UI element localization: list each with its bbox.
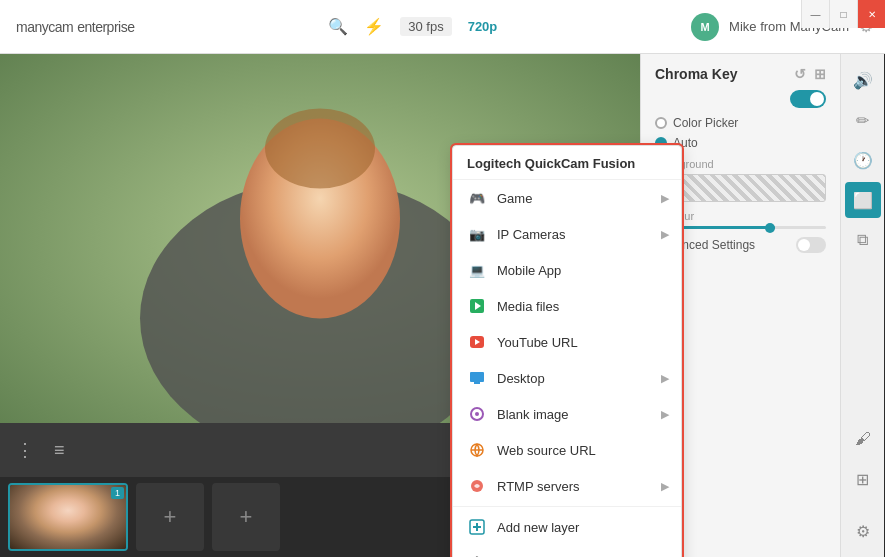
sidebar-icon-layers[interactable]: ⧉ [845,222,881,258]
right-sidebar: 🔊 ✏ 🕐 ⬜ ⧉ 🖌 ⊞ ⚙ [840,54,884,557]
source-badge: 1 [111,487,124,499]
source-thumbnail-active[interactable]: 1 [8,483,128,551]
sidebar-icon-edit[interactable]: ✏ [845,102,881,138]
dropdown-item-media-files-label: Media files [497,299,559,314]
app-logo: manycamenterprise [12,16,134,37]
add-source-label-2: + [240,504,253,530]
blank-arrow: ▶ [661,408,669,421]
chroma-key-toggle[interactable] [790,90,826,108]
maximize-button[interactable]: □ [829,0,857,28]
dropdown-item-add-new-layer[interactable]: Add new layer [453,509,681,545]
close-button[interactable]: ✕ [857,0,885,28]
dropdown-item-blank-image[interactable]: Blank image ▶ [453,396,681,432]
dropdown-item-media-files[interactable]: Media files [453,288,681,324]
dropdown-item-desktop-label: Desktop [497,371,545,386]
color-picker-radio[interactable] [655,117,667,129]
sidebar-icon-volume[interactable]: 🔊 [845,62,881,98]
manage-layers-icon [467,553,487,557]
dropdown-item-manage-layers[interactable]: Manage layers ▶ [453,545,681,557]
dropdown-item-add-new-layer-label: Add new layer [497,520,579,535]
user-avatar: M [691,13,719,41]
contour-slider-thumb[interactable] [765,223,775,233]
game-arrow: ▶ [661,192,669,205]
dropdown-item-youtube-url-label: YouTube URL [497,335,578,350]
top-bar: manycamenterprise 🔍 ⚡ 30 fps 720p M Mike… [0,0,885,54]
sidebar-icon-grid[interactable]: ⊞ [845,461,881,497]
svg-rect-5 [474,382,480,384]
advanced-settings-toggle[interactable] [796,237,826,253]
avatar-initials: M [700,21,709,33]
dropdown-item-mobile-app-label: Mobile App [497,263,561,278]
panel-header-icons: ↺ ⊞ [794,66,826,82]
add-source-button-2[interactable]: + [212,483,280,551]
dropdown-divider [453,506,681,507]
top-bar-center: 🔍 ⚡ 30 fps 720p [134,17,691,36]
zoom-icon[interactable]: 🔍 [328,17,348,36]
color-picker-label: Color Picker [673,116,738,130]
dropdown-item-web-source-url[interactable]: Web source URL [453,432,681,468]
dropdown-item-web-source-url-label: Web source URL [497,443,596,458]
dropdown-item-desktop[interactable]: Desktop ▶ [453,360,681,396]
minimize-button[interactable]: — [801,0,829,28]
add-source-label: + [164,504,177,530]
dropdown-item-youtube-url[interactable]: YouTube URL [453,324,681,360]
dropdown-item-blank-image-label: Blank image [497,407,569,422]
sidebar-icon-settings[interactable]: ⚙ [845,513,881,549]
undo-icon[interactable]: ↺ [794,66,806,82]
add-new-layer-icon [467,517,487,537]
ip-camera-icon: 📷 [467,224,487,244]
menu-icon[interactable]: ⋮ [16,439,34,461]
add-source-button[interactable]: + [136,483,204,551]
sidebar-icon-display[interactable]: ⬜ [845,182,881,218]
dropdown-header: Logitech QuickCam Fusion [453,146,681,180]
effects-icon[interactable]: ⚡ [364,17,384,36]
sidebar-icon-brush[interactable]: 🖌 [845,421,881,457]
svg-rect-4 [470,372,484,382]
rtmp-servers-icon [467,476,487,496]
panel-header: Chroma Key ↺ ⊞ [641,54,840,90]
youtube-url-icon [467,332,487,352]
grid-icon[interactable]: ⊞ [814,66,826,82]
window-controls: — □ ✕ [801,0,885,28]
logo-text: manycam [16,19,73,35]
dropdown-item-ip-cameras[interactable]: 📷 IP Cameras ▶ [453,216,681,252]
color-picker-row: Color Picker [655,116,826,130]
fps-badge: 30 fps [400,17,451,36]
blank-image-icon [467,404,487,424]
source-dropdown-menu: Logitech QuickCam Fusion 🎮 Game ▶ 📷 IP C… [452,145,682,557]
desktop-arrow: ▶ [661,372,669,385]
media-files-icon [467,296,487,316]
svg-point-7 [475,412,479,416]
sidebar-icon-clock[interactable]: 🕐 [845,142,881,178]
edition-text: enterprise [77,19,134,35]
dropdown-item-ip-cameras-label: IP Cameras [497,227,565,242]
dropdown-item-mobile-app[interactable]: 💻 Mobile App [453,252,681,288]
web-source-url-icon [467,440,487,460]
dropdown-item-rtmp-servers-label: RTMP servers [497,479,580,494]
source-thumb-video [10,485,126,549]
mobile-app-icon: 💻 [467,260,487,280]
game-icon: 🎮 [467,188,487,208]
dropdown-item-rtmp-servers[interactable]: RTMP servers ▶ [453,468,681,504]
resolution-badge: 720p [468,19,498,34]
rtmp-arrow: ▶ [661,480,669,493]
hamburger-icon[interactable]: ≡ [54,440,65,461]
chroma-key-title: Chroma Key [655,66,737,82]
main-layout: ⋮ ≡ 🎥 📡 📷 1 + + + Chroma Ke [0,54,885,557]
dropdown-item-game[interactable]: 🎮 Game ▶ [453,180,681,216]
ip-cameras-arrow: ▶ [661,228,669,241]
desktop-icon [467,368,487,388]
dropdown-item-game-label: Game [497,191,532,206]
